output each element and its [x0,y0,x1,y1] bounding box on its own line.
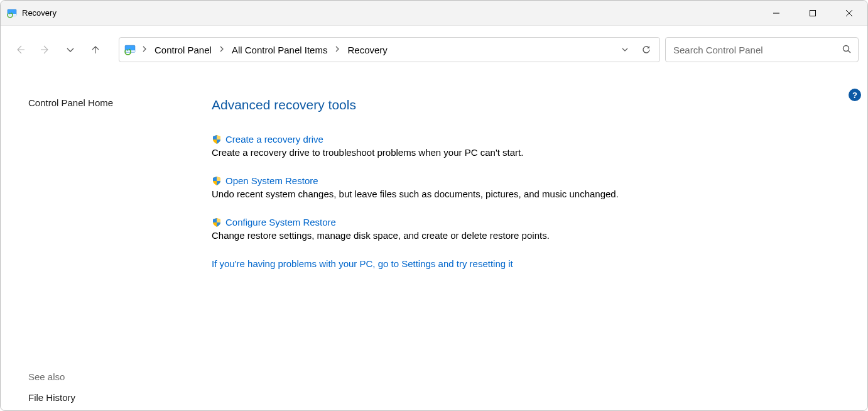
chevron-right-icon[interactable] [215,45,228,54]
minimize-button[interactable] [758,1,795,25]
recent-locations-button[interactable] [60,39,81,60]
breadcrumb-control-panel[interactable]: Control Panel [151,42,215,58]
address-dropdown-button[interactable] [614,39,636,60]
svg-rect-5 [810,10,816,16]
nav-buttons [9,39,106,60]
app-icon [7,8,17,18]
help-button[interactable]: ? [849,89,861,101]
window-controls [758,1,867,25]
file-history-link[interactable]: File History [28,392,75,403]
help-icon: ? [852,91,857,99]
shield-icon [212,217,222,227]
create-recovery-drive-link[interactable]: Create a recovery drive [225,134,323,145]
sidebar: Control Panel Home [28,97,185,108]
search-input[interactable] [672,44,842,56]
reset-pc-link[interactable]: If you're having problems with your PC, … [212,258,842,269]
content-area: ? Control Panel Home See also File Histo… [1,74,867,410]
close-button[interactable] [831,1,867,25]
breadcrumb-all-items[interactable]: All Control Panel Items [228,42,332,58]
search-box[interactable] [665,37,859,62]
breadcrumb-recovery[interactable]: Recovery [344,42,391,58]
address-bar[interactable]: Control Panel All Control Panel Items Re… [119,37,660,62]
chevron-right-icon[interactable] [331,45,344,54]
svg-line-14 [849,50,851,53]
control-panel-home-link[interactable]: Control Panel Home [28,97,185,108]
control-panel-icon [124,44,136,55]
tool-create-recovery-drive: Create a recovery drive Create a recover… [212,134,842,158]
svg-point-13 [844,45,849,51]
configure-system-restore-desc: Change restore settings, manage disk spa… [212,230,842,241]
chevron-right-icon[interactable] [138,45,151,54]
tool-open-system-restore: Open System Restore Undo recent system c… [212,175,842,199]
search-icon[interactable] [842,44,852,56]
see-also-section: See also File History [28,371,75,403]
open-system-restore-link[interactable]: Open System Restore [225,175,318,186]
main-content: Advanced recovery tools Create a recover… [212,97,842,269]
forward-button[interactable] [35,39,56,60]
see-also-label: See also [28,371,75,382]
open-system-restore-desc: Undo recent system changes, but leave fi… [212,189,842,199]
maximize-button[interactable] [795,1,831,25]
window-title: Recovery [22,8,758,18]
shield-icon [212,176,222,186]
back-button[interactable] [9,39,31,60]
shield-icon [212,134,222,145]
up-button[interactable] [85,39,106,60]
navigation-row: Control Panel All Control Panel Items Re… [1,26,867,74]
configure-system-restore-link[interactable]: Configure System Restore [225,217,336,227]
create-recovery-drive-desc: Create a recovery drive to troubleshoot … [212,147,842,158]
page-heading: Advanced recovery tools [212,97,842,112]
tool-configure-system-restore: Configure System Restore Change restore … [212,217,842,241]
refresh-button[interactable] [636,39,657,60]
title-bar: Recovery [1,1,867,26]
